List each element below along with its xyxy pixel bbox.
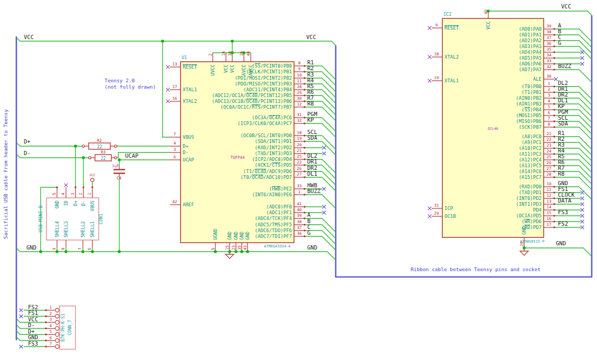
net-label[interactable]: FS3 — [28, 340, 38, 347]
pin-circle — [55, 344, 59, 348]
net-label[interactable]: BUZZ — [307, 188, 320, 194]
net-label[interactable]: DL1 — [307, 170, 317, 177]
pin-name: (ADC13/OC1B/OC4B/PCINT13)PB6 — [212, 99, 292, 104]
net-label[interactable]: FS2 — [558, 221, 568, 227]
pin-end-dot — [553, 136, 555, 137]
pin-circle — [89, 157, 91, 159]
pin-end-dot — [553, 103, 555, 104]
net-label[interactable]: SDA — [558, 120, 568, 127]
net-label[interactable]: D- — [28, 322, 35, 328]
net-label[interactable]: R8 — [558, 170, 565, 177]
net-label[interactable]: GND — [26, 244, 36, 251]
net-label[interactable]: GND — [307, 244, 317, 251]
pin-end-dot — [304, 164, 305, 166]
pin-name: (ADC11/PCINT4)PB4 — [243, 87, 292, 92]
note-sacrificial-cable[interactable]: Sacrificial USB cable from header to Tee… — [3, 109, 8, 239]
pin-number: 20 — [297, 142, 302, 147]
pin-number: 5 — [548, 104, 551, 109]
pin-name: GND — [245, 232, 250, 240]
pin-number: 15 — [546, 210, 551, 215]
pin-number: 10 — [546, 181, 552, 186]
pin-number: 33 — [546, 59, 551, 63]
pin-name: XTAL2 — [444, 54, 459, 60]
pin-name: (AD5)PA5 — [519, 55, 542, 61]
pin-circle — [115, 157, 117, 159]
pin-number: 1 — [548, 81, 551, 86]
net-label[interactable]: G — [307, 229, 310, 236]
net-label[interactable]: A — [307, 212, 311, 218]
pin-number: 32 — [297, 118, 301, 123]
junction-dot — [214, 250, 217, 253]
net-label[interactable]: DATA — [558, 197, 572, 204]
net-label[interactable]: FS1 — [28, 310, 38, 316]
pin-number: 39 — [297, 213, 301, 218]
net-label[interactable]: GND — [28, 334, 38, 340]
pin-end-dot — [304, 135, 305, 136]
pin-number: 7 — [78, 247, 82, 250]
net-label[interactable]: BUZZ — [558, 63, 571, 69]
pin-end-dot — [553, 126, 555, 128]
junction-dot — [91, 250, 94, 253]
net-label[interactable]: GND — [556, 240, 566, 246]
pin-name: (INT1)PD3 — [516, 202, 542, 207]
pin-name: (INT0)PD2 — [516, 196, 542, 201]
pin-end-dot — [553, 165, 555, 166]
pin-number: 4 — [174, 141, 176, 146]
pin-end-dot — [553, 197, 555, 199]
junction-dot — [234, 250, 238, 253]
pin-name: (AIN1)PB3 — [516, 101, 542, 107]
pin-end-dot — [553, 203, 555, 205]
pin-circle — [55, 332, 59, 336]
net-label[interactable]: UCAP — [125, 152, 138, 159]
pin-end-dot — [553, 176, 555, 178]
net-label[interactable]: SDA — [307, 135, 318, 141]
junction-dot — [74, 145, 77, 148]
pin-number: 41 — [297, 202, 301, 206]
net-label[interactable]: FS3 — [558, 209, 568, 215]
pin-number: 8 — [548, 122, 551, 127]
component-value: 22 — [101, 156, 106, 161]
net-label[interactable]: KP — [307, 117, 314, 123]
note-teensy[interactable]: (not fully drawn) — [105, 84, 156, 90]
pin-circle — [55, 314, 59, 318]
net-label[interactable]: D- — [24, 150, 31, 156]
pin-circle — [55, 327, 59, 330]
pin-end-dot — [553, 28, 555, 30]
note-ribbon-cable[interactable]: Ribbon cable between Teensy pins and soc… — [411, 266, 541, 272]
pin-end-dot — [553, 153, 555, 155]
pin-name: D+ — [73, 200, 78, 206]
net-label[interactable]: D+ — [28, 328, 35, 334]
net-label[interactable]: R2 — [307, 65, 314, 71]
component-ref: IC2 — [443, 12, 451, 17]
pin-name: (T0)PB0 — [522, 84, 542, 89]
net-label[interactable]: VCC — [561, 3, 571, 9]
schematic-svg: VCCVCCVCCD+D-UCAPGNDGNDGNDR1R2R3R4R5R6R7… — [0, 0, 597, 364]
pin-name: XTAL2 — [183, 99, 197, 104]
pin-name: (SS/PCINT0)PB0 — [252, 63, 292, 69]
pin-number: 31 — [434, 203, 439, 208]
net-label[interactable]: D+ — [24, 138, 31, 145]
pin-end-dot — [304, 176, 305, 178]
net-label[interactable]: FS2 — [28, 304, 38, 310]
net-label[interactable]: R8 — [307, 100, 314, 107]
net-label[interactable]: VCC — [28, 316, 38, 322]
pin-name: (AD2)PA2 — [519, 38, 542, 43]
pin-name: (AIN0)PB2 — [516, 95, 542, 101]
pin-name: AVCC — [248, 64, 253, 76]
pin-name: (INT6/AIN0)PE6 — [252, 192, 292, 197]
pin-number: 15 — [225, 245, 230, 250]
pin-name: (T0/OC4D/ADC10)PD7 — [240, 175, 292, 180]
pin-number: 38 — [546, 30, 552, 34]
pin-name: (XCK1/CTS)PD5 — [255, 162, 292, 168]
net-label[interactable]: G — [558, 40, 561, 46]
net-label[interactable]: DR1 — [307, 158, 317, 165]
pin-end-dot — [304, 170, 305, 172]
net-label[interactable]: VCC — [24, 34, 34, 40]
note-teensy[interactable]: Teensy 2.0 — [105, 78, 135, 83]
net-label[interactable]: VCC — [306, 34, 316, 40]
pin-number: 11 — [297, 79, 301, 83]
pin-number: 8 — [61, 247, 65, 250]
junction-dot — [231, 40, 234, 43]
pin-number: 40 — [297, 207, 302, 212]
pin-number: 44 — [246, 51, 251, 56]
